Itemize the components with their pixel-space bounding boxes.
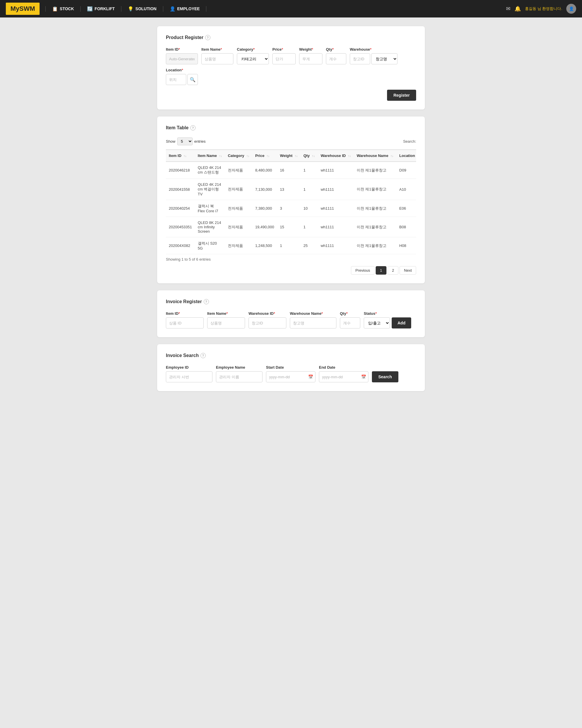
invoice-register-title: Invoice Register ? [166, 299, 416, 304]
item-name-input[interactable] [201, 53, 233, 64]
cell-location: D09 [396, 162, 416, 179]
location-input[interactable] [166, 74, 186, 85]
cell-warehouse_id: wh1111 [318, 162, 354, 179]
item-name-label: Item Name* [201, 47, 233, 52]
add-button[interactable]: Add [392, 317, 411, 329]
cell-weight: 3 [277, 200, 301, 217]
invoice-search-help-icon[interactable]: ? [200, 353, 206, 358]
inv-status-group: Status* 입/출고 Add [364, 311, 411, 329]
col-price[interactable]: Price ↑↓ [252, 150, 277, 162]
user-welcome: 홍길동 님 환영합니다. [525, 6, 562, 11]
col-item-name[interactable]: Item Name ↑↓ [195, 150, 225, 162]
col-qty[interactable]: Qty ↑↓ [301, 150, 318, 162]
cell-location: H08 [396, 237, 416, 254]
avatar[interactable]: 👤 [566, 4, 576, 14]
warehouse-name-select[interactable]: 창고명 [371, 53, 397, 64]
employee-id-group: Employee ID [166, 365, 213, 382]
category-select[interactable]: 카테고리 [237, 53, 269, 64]
item-id-label: Item ID* [166, 47, 198, 52]
register-button[interactable]: Register [387, 90, 416, 101]
header: MySWM 📋 STOCK 🔄 FORKLIFT 💡 SOLUTION 👤 EM… [0, 0, 582, 18]
search-btn-group: x Search [372, 365, 398, 382]
price-label: Price* [272, 47, 296, 52]
cell-item_name: 갤럭시 S20 5G [195, 237, 225, 254]
inv-status-label: Status* [364, 311, 411, 316]
warehouse-id-input[interactable] [350, 53, 370, 64]
inv-qty-input[interactable] [340, 317, 360, 329]
cell-warehouse_name: 이천 제1물류창고 [354, 217, 396, 237]
item-id-input[interactable] [166, 53, 198, 64]
cell-weight: 13 [277, 179, 301, 200]
page-1-button[interactable]: 1 [376, 266, 386, 275]
cell-warehouse_id: wh1111 [318, 200, 354, 217]
logo[interactable]: MySWM [6, 3, 39, 15]
main-content: Product Register ? Item ID* Item Name* C… [145, 18, 437, 407]
cell-item_name: QLED 4K 214 cm 벽걸이형 TV [195, 179, 225, 200]
location-search-button[interactable]: 🔍 [187, 74, 198, 85]
weight-input[interactable] [299, 53, 323, 64]
page-2-button[interactable]: 2 [388, 266, 398, 275]
price-input[interactable] [272, 53, 296, 64]
stock-icon: 📋 [52, 6, 58, 11]
inv-item-id-label: Item ID* [166, 311, 204, 316]
end-date-input[interactable] [319, 371, 368, 382]
employee-name-input[interactable] [216, 371, 262, 382]
inv-warehouse-name-input[interactable] [290, 317, 336, 329]
qty-group: Qty* [326, 47, 346, 64]
col-location[interactable]: Location ↑↓ [396, 150, 416, 162]
col-weight[interactable]: Weight ↑↓ [277, 150, 301, 162]
inv-item-name-input[interactable] [207, 317, 245, 329]
cell-item_id: 2020041558 [166, 179, 195, 200]
end-date-label: End Date [319, 365, 368, 369]
employee-name-group: Employee Name [216, 365, 262, 382]
cell-qty: 1 [301, 217, 318, 237]
main-nav: 📋 STOCK 🔄 FORKLIFT 💡 SOLUTION 👤 EMPLOYEE [46, 6, 506, 11]
cell-item_id: 202004X082 [166, 237, 195, 254]
next-button[interactable]: Next [399, 266, 416, 275]
invoice-register-help-icon[interactable]: ? [204, 299, 209, 304]
mail-icon[interactable]: ✉ [506, 5, 510, 12]
inv-item-id-input[interactable] [166, 317, 204, 329]
cell-location: B08 [396, 217, 416, 237]
inv-qty-label: Qty* [340, 311, 360, 316]
inv-status-select[interactable]: 입/출고 [364, 317, 390, 329]
inv-warehouse-id-label: Warehouse ID* [249, 311, 286, 316]
employee-name-label: Employee Name [216, 365, 262, 369]
invoice-register-form: Item ID* Item Name* Warehouse ID* Wareho… [166, 311, 416, 329]
product-register-help-icon[interactable]: ? [205, 35, 211, 40]
cell-item_name: QLED 8K 214 cm Infinity Screen [195, 217, 225, 237]
cell-item_id: 20200453351 [166, 217, 195, 237]
inv-warehouse-name-group: Warehouse Name* [290, 311, 336, 329]
col-warehouse-name[interactable]: Warehouse Name ↑↓ [354, 150, 396, 162]
product-register-card: Product Register ? Item ID* Item Name* C… [157, 26, 425, 109]
item-table-help-icon[interactable]: ? [190, 125, 196, 130]
cell-weight: 1 [277, 237, 301, 254]
table-search-label: Search: [403, 139, 416, 144]
cell-price: 7,380,000 [252, 200, 277, 217]
nav-stock[interactable]: 📋 STOCK [46, 6, 81, 11]
previous-button[interactable]: Previous [351, 266, 375, 275]
bell-icon[interactable]: 🔔 [515, 5, 521, 12]
register-row: Register [166, 90, 416, 101]
qty-input[interactable] [326, 53, 346, 64]
nav-forklift[interactable]: 🔄 FORKLIFT [81, 6, 121, 11]
table-row: 2020040254갤럭시 북 Flex Core i7전자제품7,380,00… [166, 200, 416, 217]
inv-warehouse-id-input[interactable] [249, 317, 286, 329]
start-date-input[interactable] [266, 371, 315, 382]
employee-id-input[interactable] [166, 371, 213, 382]
entries-select[interactable]: 5 10 25 [177, 137, 193, 145]
cell-warehouse_name: 이천 제1물류창고 [354, 162, 396, 179]
nav-solution[interactable]: 💡 SOLUTION [121, 6, 163, 11]
cell-warehouse_id: wh1111 [318, 237, 354, 254]
employee-icon: 👤 [170, 6, 175, 11]
col-item-id[interactable]: Item ID ↑↓ [166, 150, 195, 162]
product-register-form: Item ID* Item Name* Category* 카테고리 [166, 47, 416, 85]
table-row: 202004X082갤럭시 S20 5G전자제품1,248,500125wh11… [166, 237, 416, 254]
cell-price: 1,248,500 [252, 237, 277, 254]
table-header: Item ID ↑↓ Item Name ↑↓ Category ↑↓ Pric… [166, 150, 416, 162]
search-button[interactable]: Search [372, 371, 398, 382]
nav-employee[interactable]: 👤 EMPLOYEE [163, 6, 206, 11]
col-warehouse-id[interactable]: Warehouse ID ↑↓ [318, 150, 354, 162]
qty-label: Qty* [326, 47, 346, 52]
col-category[interactable]: Category ↑↓ [225, 150, 252, 162]
